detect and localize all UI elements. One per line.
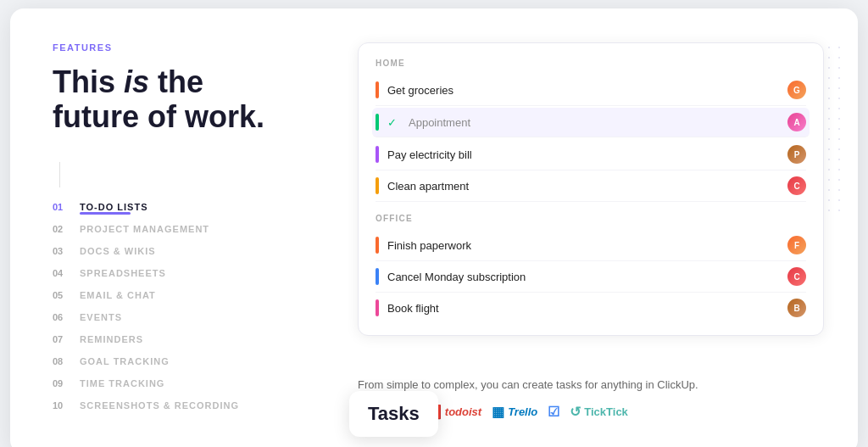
task-name: Cancel Monday subscription [387, 271, 779, 283]
trello-logo: ▦ Trello [492, 404, 537, 420]
office-section-label: OFFICE [376, 214, 806, 223]
menu-label-8: GOAL TRACKING [80, 356, 170, 366]
menu-num-9: 09 [53, 378, 71, 388]
task-row: Book flight B [376, 293, 806, 323]
task-row: Finish paperwork F [376, 230, 806, 261]
task-name: Clean apartment [387, 180, 779, 193]
menu-num-6: 06 [53, 312, 71, 322]
menu-num-1: 01 [53, 202, 71, 212]
menu-item-reminders[interactable]: 07 REMINDERS [53, 328, 324, 350]
menu-label-1: TO-DO LISTS [80, 202, 147, 212]
tasks-ui-card: HOME Get groceries G ✓ Appointment A Pay… [358, 42, 824, 336]
tasks-logo: ☑ [548, 404, 559, 420]
menu-num-3: 03 [53, 246, 71, 256]
avatar: P [787, 145, 806, 164]
menu-label-5: EMAIL & CHAT [80, 290, 156, 300]
task-row: Get groceries G [376, 75, 806, 106]
menu-num-10: 10 [53, 400, 71, 411]
menu-item-screenshots[interactable]: 10 SCREENSHOTS & RECORDING [53, 394, 324, 416]
menu-label-6: EVENTS [80, 312, 122, 322]
menu-num-7: 07 [53, 334, 71, 344]
task-row: Pay electricity bill P [376, 139, 806, 170]
left-panel: FEATURES This is thefuture of work. 01 T… [53, 42, 324, 420]
menu-item-project[interactable]: 02 PROJECT MANAGEMENT [53, 218, 324, 240]
avatar: C [787, 176, 806, 195]
menu-num-2: 02 [53, 224, 71, 234]
check-icon: ✓ [387, 116, 397, 129]
avatar: A [787, 113, 806, 131]
home-section-label: HOME [376, 59, 806, 68]
menu-item-goal[interactable]: 08 GOAL TRACKING [53, 350, 324, 372]
menu-label-9: TIME TRACKING [80, 378, 164, 388]
task-color-bar [376, 114, 379, 131]
avatar: C [787, 267, 806, 286]
task-name: Book flight [387, 302, 779, 315]
tasks-badge: Tasks [349, 391, 438, 437]
headline-text: This is thefuture of work. [53, 64, 264, 134]
menu-item-spreadsheets[interactable]: 04 SPREADSHEETS [53, 262, 324, 284]
task-name: Finish paperwork [387, 239, 779, 252]
task-name: Pay electricity bill [387, 148, 779, 161]
right-panel: HOME Get groceries G ✓ Appointment A Pay… [358, 42, 824, 420]
menu-label-10: SCREENSHOTS & RECORDING [80, 400, 239, 411]
task-color-bar [376, 268, 379, 285]
main-card: FEATURES This is thefuture of work. 01 T… [10, 8, 858, 447]
menu-label-3: DOCS & WIKIS [80, 246, 156, 256]
menu-item-todo[interactable]: 01 TO-DO LISTS [53, 196, 324, 218]
avatar: F [787, 236, 806, 254]
menu-num-4: 04 [53, 268, 71, 278]
ticktick-logo: ↺ TickTick [570, 404, 628, 420]
menu-label-7: REMINDERS [80, 334, 143, 344]
avatar: B [787, 299, 806, 317]
task-color-bar [376, 81, 379, 98]
menu-num-8: 08 [53, 356, 71, 366]
task-row-highlighted: ✓ Appointment A [372, 108, 810, 137]
trello-icon: ▦ [492, 404, 504, 420]
ticktick-icon: ↺ [570, 404, 581, 420]
menu-label-4: SPREADSHEETS [80, 268, 166, 278]
tasks-icon: ☑ [548, 404, 559, 420]
divider [59, 162, 60, 187]
ticktick-name: TickTick [584, 405, 628, 418]
task-color-bar [376, 237, 379, 254]
task-name: Appointment [409, 116, 779, 129]
menu-num-5: 05 [53, 290, 71, 300]
menu-item-docs[interactable]: 03 DOCS & WIKIS [53, 240, 324, 262]
todoist-name: todoist [445, 405, 481, 418]
menu-label-2: PROJECT MANAGEMENT [80, 224, 209, 234]
menu-item-email[interactable]: 05 EMAIL & CHAT [53, 284, 324, 306]
task-color-bar [376, 146, 379, 163]
headline: This is thefuture of work. [53, 64, 324, 135]
task-name: Get groceries [387, 84, 779, 97]
menu-item-time[interactable]: 09 TIME TRACKING [53, 372, 324, 394]
feature-menu: 01 TO-DO LISTS 02 PROJECT MANAGEMENT 03 … [53, 196, 324, 416]
features-label: FEATURES [53, 42, 324, 53]
trello-name: Trello [508, 405, 537, 418]
menu-item-events[interactable]: 06 EVENTS [53, 306, 324, 328]
task-color-bar [376, 177, 379, 194]
task-row: Clean apartment C [376, 170, 806, 202]
task-row: Cancel Monday subscription C [376, 261, 806, 293]
task-color-bar [376, 299, 379, 316]
avatar: G [787, 81, 806, 99]
tasks-badge-text: Tasks [368, 403, 420, 424]
